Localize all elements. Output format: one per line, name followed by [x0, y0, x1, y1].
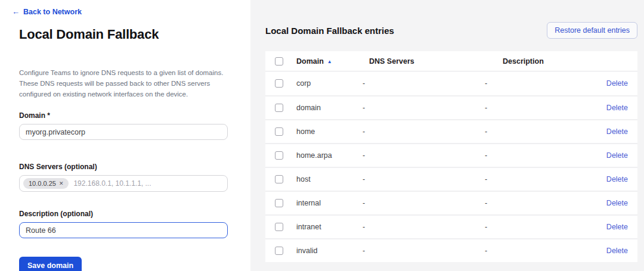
- row-checkbox[interactable]: [275, 151, 283, 160]
- back-link-label: Back to Network: [23, 8, 82, 16]
- dns-server-tag: 10.0.0.25 ✕: [23, 178, 69, 189]
- table-row: home.arpa - - Delete: [265, 143, 637, 167]
- row-dns-servers: -: [363, 175, 485, 183]
- table-row: internal - - Delete: [265, 191, 637, 214]
- settings-panel: ← Back to Network Local Domain Fallback …: [0, 0, 250, 271]
- row-domain: host: [296, 175, 363, 183]
- table-header-row: Domain▲ DNS Servers Description: [265, 51, 637, 71]
- delete-link[interactable]: Delete: [606, 104, 628, 112]
- row-domain: domain: [296, 104, 363, 112]
- dns-servers-field-group: DNS Servers (optional) 10.0.0.25 ✕: [19, 163, 228, 192]
- entries-panel: Local Domain Fallback entries Restore de…: [250, 0, 644, 271]
- row-domain: home.arpa: [296, 151, 363, 160]
- row-checkbox[interactable]: [275, 223, 283, 231]
- table-row: intranet - - Delete: [265, 214, 637, 238]
- row-checkbox[interactable]: [275, 104, 283, 112]
- row-description: -: [485, 175, 580, 183]
- row-domain: internal: [296, 199, 363, 207]
- domain-field-group: Domain *: [19, 111, 228, 140]
- row-description: -: [485, 199, 580, 207]
- row-checkbox[interactable]: [275, 247, 283, 255]
- row-description: -: [485, 223, 580, 231]
- column-header-description[interactable]: Description: [485, 57, 580, 66]
- dns-servers-label: DNS Servers (optional): [19, 163, 228, 171]
- row-dns-servers: -: [363, 127, 485, 136]
- table-row: host - - Delete: [265, 167, 637, 191]
- arrow-left-icon: ←: [12, 7, 20, 16]
- row-description: -: [485, 104, 580, 112]
- column-header-dns-servers[interactable]: DNS Servers: [363, 57, 485, 66]
- row-description: -: [485, 127, 580, 136]
- delete-link[interactable]: Delete: [606, 199, 628, 207]
- dns-servers-input[interactable]: 10.0.0.25 ✕: [19, 175, 228, 192]
- row-checkbox[interactable]: [275, 127, 283, 136]
- row-dns-servers: -: [363, 223, 485, 231]
- entries-header: Local Domain Fallback entries Restore de…: [265, 22, 637, 39]
- column-header-domain[interactable]: Domain▲: [296, 57, 363, 66]
- table-row: domain - - Delete: [265, 95, 637, 119]
- row-dns-servers: -: [363, 247, 485, 255]
- row-description: -: [485, 79, 580, 88]
- entries-table: Domain▲ DNS Servers Description corp - -…: [265, 51, 637, 262]
- dns-servers-text-input[interactable]: [73, 179, 224, 188]
- delete-link[interactable]: Delete: [606, 127, 628, 136]
- description-input[interactable]: [19, 222, 228, 238]
- delete-link[interactable]: Delete: [606, 223, 628, 231]
- dns-server-tag-value: 10.0.0.25: [29, 180, 56, 187]
- row-domain: intranet: [296, 223, 363, 231]
- description-label: Description (optional): [19, 210, 228, 218]
- row-domain: corp: [296, 79, 363, 88]
- select-all-checkbox[interactable]: [275, 57, 283, 66]
- row-dns-servers: -: [363, 199, 485, 207]
- domain-input[interactable]: [19, 124, 228, 140]
- save-domain-button[interactable]: Save domain: [19, 257, 82, 271]
- restore-default-entries-button[interactable]: Restore default entries: [547, 22, 637, 39]
- back-to-network-link[interactable]: ← Back to Network: [12, 7, 82, 16]
- page-description: Configure Teams to ignore DNS requests t…: [19, 68, 225, 99]
- row-checkbox[interactable]: [275, 199, 283, 207]
- domain-label: Domain *: [19, 111, 228, 120]
- row-checkbox[interactable]: [275, 79, 283, 88]
- remove-tag-icon[interactable]: ✕: [59, 181, 64, 186]
- row-dns-servers: -: [363, 79, 485, 88]
- description-field-group: Description (optional): [19, 210, 228, 238]
- row-dns-servers: -: [363, 151, 485, 160]
- row-description: -: [485, 247, 580, 255]
- row-description: -: [485, 151, 580, 160]
- delete-link[interactable]: Delete: [606, 151, 628, 160]
- table-body: corp - - Delete domain - - Delete home -…: [265, 71, 637, 262]
- row-dns-servers: -: [363, 104, 485, 112]
- delete-link[interactable]: Delete: [606, 175, 628, 183]
- row-domain: invalid: [296, 247, 363, 255]
- table-row: corp - - Delete: [265, 71, 637, 95]
- row-checkbox[interactable]: [275, 175, 283, 183]
- table-row: invalid - - Delete: [265, 238, 637, 262]
- sort-asc-icon: ▲: [327, 59, 332, 64]
- row-domain: home: [296, 127, 363, 136]
- table-row: home - - Delete: [265, 119, 637, 143]
- entries-title: Local Domain Fallback entries: [265, 26, 394, 36]
- delete-link[interactable]: Delete: [606, 79, 628, 88]
- delete-link[interactable]: Delete: [606, 247, 628, 255]
- page-title: Local Domain Fallback: [19, 27, 228, 42]
